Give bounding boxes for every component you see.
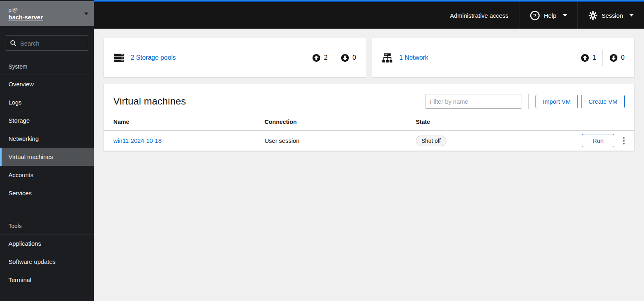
nav-group-tools: Tools Applications Software updates Term… (0, 217, 94, 289)
chevron-down-icon (629, 14, 634, 17)
column-header-state[interactable]: State (406, 116, 559, 131)
session-dropdown[interactable]: Session (577, 2, 644, 29)
network-link[interactable]: 1 Network (399, 54, 428, 61)
divider (334, 50, 334, 66)
virtual-machines-card: Virtual machines Import VM Create VM Nam… (104, 84, 634, 151)
search-input[interactable] (20, 40, 84, 47)
user-menu-dropdown[interactable]: pi@ bach-server (0, 1, 94, 26)
sidebar-item-overview[interactable]: Overview (0, 75, 94, 93)
arrow-circle-down-icon (341, 54, 349, 62)
help-dropdown[interactable]: ? Help (519, 2, 577, 29)
import-vm-button[interactable]: Import VM (536, 95, 578, 108)
network-card: 1 Network 1 0 (372, 38, 634, 77)
vm-connection: User session (255, 131, 406, 151)
gear-icon (588, 11, 598, 20)
nav-group-system: System Overview Logs Storage Networking … (0, 58, 94, 202)
divider (602, 50, 603, 66)
sidebar-item-terminal[interactable]: Terminal (0, 271, 94, 289)
chevron-down-icon (84, 13, 88, 15)
sidebar: pi@ bach-server System Overview Logs Sto… (0, 0, 94, 301)
storage-pools-inactive-count: 0 (341, 54, 356, 62)
sidebar-item-accounts[interactable]: Accounts (0, 166, 94, 184)
column-header-name[interactable]: Name (104, 116, 255, 131)
network-icon (382, 52, 393, 63)
kebab-menu-button[interactable] (620, 135, 628, 147)
filter-by-name-input[interactable] (425, 94, 521, 109)
nav-group-label: System (0, 58, 94, 75)
arrow-circle-down-icon (609, 54, 618, 62)
host-name: bach-server (8, 13, 84, 21)
run-button[interactable]: Run (582, 134, 614, 147)
create-vm-button[interactable]: Create VM (581, 95, 625, 108)
sidebar-item-virtual-machines[interactable]: Virtual machines (0, 148, 94, 166)
status-badge: Shut off (416, 136, 446, 146)
storage-pools-link[interactable]: 2 Storage pools (131, 54, 176, 61)
column-header-connection[interactable]: Connection (255, 116, 406, 131)
help-icon: ? (530, 10, 540, 21)
table-row: win11-2024-10-18 User session Shut off R… (104, 131, 634, 151)
sidebar-item-logs[interactable]: Logs (0, 93, 94, 111)
network-inactive-count: 0 (609, 54, 625, 62)
divider (528, 94, 529, 109)
sidebar-item-applications[interactable]: Applications (0, 234, 94, 253)
arrow-circle-up-icon (581, 54, 589, 62)
sidebar-search[interactable] (6, 36, 88, 51)
nav-group-label: Tools (0, 217, 94, 234)
session-label: Session (602, 12, 623, 19)
column-header-actions (559, 116, 634, 131)
sidebar-item-software-updates[interactable]: Software updates (0, 253, 94, 271)
user-name: pi@ (8, 6, 84, 13)
masthead: Administrative access ? Help (94, 0, 644, 29)
sidebar-item-storage[interactable]: Storage (0, 111, 94, 130)
vm-table: Name Connection State win11-2024-10-18 U… (104, 116, 634, 151)
overview-cards-row: 2 Storage pools 2 0 (104, 38, 634, 77)
network-active-count: 1 (581, 54, 596, 62)
storage-pools-active-count: 2 (312, 54, 327, 62)
page-title: Virtual machines (113, 96, 186, 107)
storage-pools-card: 2 Storage pools 2 0 (104, 38, 366, 77)
sidebar-item-networking[interactable]: Networking (0, 130, 94, 148)
search-icon (10, 40, 17, 46)
help-label: Help (544, 12, 556, 19)
chevron-down-icon (563, 14, 567, 17)
storage-pools-icon (113, 52, 124, 63)
arrow-circle-up-icon (312, 54, 321, 62)
administrative-access-button[interactable]: Administrative access (440, 2, 519, 29)
sidebar-item-services[interactable]: Services (0, 184, 94, 202)
vm-name-link[interactable]: win11-2024-10-18 (113, 137, 162, 144)
main-content: 2 Storage pools 2 0 (94, 29, 644, 301)
administrative-access-label: Administrative access (450, 12, 509, 19)
svg-text:?: ? (533, 13, 536, 19)
